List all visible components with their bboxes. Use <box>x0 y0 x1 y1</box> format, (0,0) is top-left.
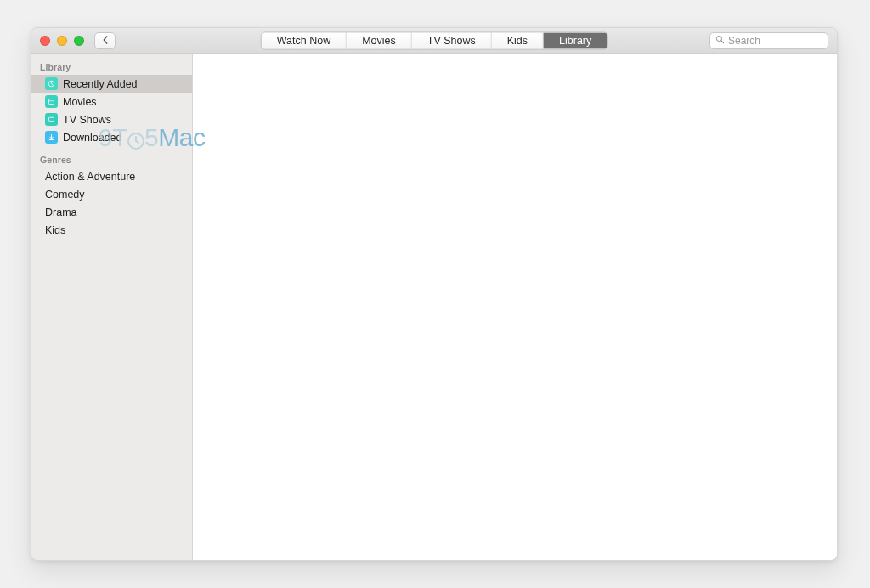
sidebar-item-tv-shows[interactable]: TV Shows <box>31 110 192 128</box>
sidebar-genre-comedy[interactable]: Comedy <box>31 185 192 203</box>
search-container <box>709 32 828 49</box>
sidebar-item-label: TV Shows <box>63 114 111 126</box>
chevron-left-icon <box>102 34 109 47</box>
titlebar: Watch Now Movies TV Shows Kids Library <box>31 28 837 54</box>
clock-icon <box>45 77 58 90</box>
search-input[interactable] <box>728 35 822 47</box>
search-field[interactable] <box>709 32 828 49</box>
svg-rect-5 <box>49 117 54 121</box>
fullscreen-window-button[interactable] <box>74 36 84 46</box>
sidebar-header-genres: Genres <box>31 151 192 167</box>
sidebar: Library Recently Added Movies TV Shows <box>31 54 193 560</box>
sidebar-item-recently-added[interactable]: Recently Added <box>31 75 192 93</box>
tab-watch-now[interactable]: Watch Now <box>262 32 347 48</box>
sidebar-item-label: Recently Added <box>63 78 138 90</box>
close-window-button[interactable] <box>40 36 50 46</box>
minimize-window-button[interactable] <box>57 36 67 46</box>
sidebar-genre-action[interactable]: Action & Adventure <box>31 167 192 185</box>
window-controls <box>40 36 84 46</box>
sidebar-genre-drama[interactable]: Drama <box>31 203 192 221</box>
tv-icon <box>45 113 58 126</box>
tab-library[interactable]: Library <box>544 32 607 48</box>
back-button[interactable] <box>94 32 116 49</box>
sidebar-item-label: Movies <box>63 96 97 108</box>
tab-kids[interactable]: Kids <box>492 32 544 48</box>
tab-tv-shows[interactable]: TV Shows <box>412 32 492 48</box>
download-icon <box>45 131 58 144</box>
sidebar-genre-kids[interactable]: Kids <box>31 221 192 239</box>
main-content <box>193 54 837 560</box>
tab-movies[interactable]: Movies <box>347 32 412 48</box>
sidebar-item-label: Downloaded <box>63 132 122 144</box>
sidebar-header-library: Library <box>31 59 192 75</box>
search-icon <box>715 35 728 47</box>
svg-rect-3 <box>49 99 54 105</box>
window-body: Library Recently Added Movies TV Shows <box>31 54 837 560</box>
sidebar-item-downloaded[interactable]: Downloaded <box>31 128 192 146</box>
sidebar-item-movies[interactable]: Movies <box>31 93 192 110</box>
nav-tabs: Watch Now Movies TV Shows Kids Library <box>261 31 608 49</box>
film-icon <box>45 95 58 108</box>
app-window: Watch Now Movies TV Shows Kids Library L… <box>31 27 838 561</box>
svg-line-1 <box>721 40 724 42</box>
